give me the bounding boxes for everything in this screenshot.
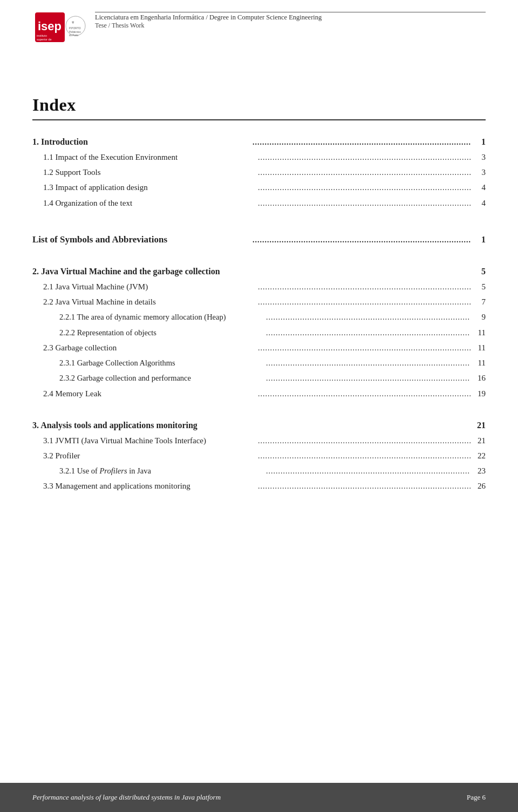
toc-entry-label: 2.3.1 Garbage Collection Algorithms — [59, 357, 264, 369]
toc-entry-page: 1 — [473, 233, 486, 247]
toc-entry-number: 2.1 — [43, 282, 56, 291]
toc-entry-number: 2. — [32, 267, 41, 276]
svg-text:instituto: instituto — [37, 34, 47, 37]
toc-entry: 2. Java Virtual Machine and the garbage … — [32, 265, 486, 279]
toc-entry: 2.1 Java Virtual Machine (JVM) .........… — [32, 281, 486, 293]
toc-entry-dots: ........................................… — [258, 481, 471, 492]
svg-text:⚜: ⚜ — [71, 21, 74, 25]
toc-entry-page: 4 — [473, 181, 486, 194]
toc-entry: 2.3.1 Garbage Collection Algorithms ....… — [32, 357, 486, 369]
toc-entry-dots: ........................................… — [253, 137, 471, 148]
toc-entry-number: 1. — [32, 137, 41, 146]
toc-entry: 3.2 Profiler ...........................… — [32, 450, 486, 462]
svg-text:P.PORTO: P.PORTO — [69, 26, 81, 30]
index-title: Index — [32, 95, 486, 115]
toc-entry: 1.3 Impact of application design .......… — [32, 181, 486, 194]
toc-entry-label: 2.3.2 Garbage collection and performance — [59, 372, 264, 384]
toc-entry-dots: ........................................… — [258, 435, 471, 447]
toc-entry-label: 2.2.2 Representation of objects — [59, 327, 264, 339]
toc-entry-label: 1.3 Impact of application design — [43, 181, 256, 194]
toc-entry-page: 19 — [473, 388, 486, 400]
main-content: Index 1. Introduction ..................… — [0, 57, 518, 812]
toc-entry-number: 3.3 — [43, 482, 56, 490]
toc-entry: 1. Introduction ........................… — [32, 136, 486, 149]
toc-entry-dots: ........................................… — [258, 182, 471, 194]
toc-entry-number: 1.3 — [43, 183, 56, 192]
toc-entry-number: 2.3.2 — [59, 374, 77, 382]
toc-entry-label: 2. Java Virtual Machine and the garbage … — [32, 265, 253, 279]
toc-entry: 2.2 Java Virtual Machine in details ....… — [32, 296, 486, 308]
toc-entry: 2.2.2 Representation of objects ........… — [32, 327, 486, 339]
toc-entry-dots: ........................................… — [266, 465, 471, 477]
toc-entry-dots: ........................................… — [258, 198, 471, 209]
svg-text:superior de: superior de — [37, 38, 52, 41]
toc-entry: 1.1 Impact of the Execution Environment … — [32, 151, 486, 164]
toc-entry: 3. Analysis tools and applications monit… — [32, 419, 486, 432]
toc-entry: 1.4 Organization of the text ...........… — [32, 197, 486, 209]
toc-entry-label: 2.2 Java Virtual Machine in details — [43, 296, 256, 308]
toc-entry-number: 2.2 — [43, 297, 56, 306]
toc-entry-page: 3 — [473, 151, 486, 164]
toc-entry-label: 3. Analysis tools and applications monit… — [32, 419, 253, 432]
toc-entry: 3.1 JVMTI (Java Virtual Machine Tools In… — [32, 435, 486, 447]
toc-entry-number: 1.1 — [43, 153, 56, 161]
header-top: isep instituto superior de engenharia do… — [32, 10, 486, 53]
toc-entry-number: 2.2.2 — [59, 328, 77, 337]
toc-entry-page: 11 — [473, 357, 486, 369]
toc-entry-number: 1.2 — [43, 168, 56, 177]
svg-text:do Porto: do Porto — [69, 34, 79, 37]
svg-text:isep: isep — [38, 19, 62, 33]
toc-entry-number: 2.2.1 — [59, 313, 77, 321]
toc-entry-dots: ........................................… — [258, 167, 471, 179]
toc-entry-page: 11 — [473, 327, 486, 339]
header: isep instituto superior de engenharia do… — [0, 0, 518, 57]
toc-entry-page: 5 — [473, 281, 486, 293]
toc-entry-label: 2.4 Memory Leak — [43, 388, 256, 400]
page-wrapper: isep instituto superior de engenharia do… — [0, 0, 518, 812]
toc-entry-dots: ........................................… — [258, 281, 471, 293]
toc-entry: 1.2 Support Tools ......................… — [32, 166, 486, 179]
toc-entry-label: 2.1 Java Virtual Machine (JVM) — [43, 281, 256, 293]
toc-entry-page: 16 — [473, 372, 486, 384]
toc-entry-dots: ........................................… — [266, 357, 471, 369]
toc-entry-label: 2.2.1 The area of dynamic memory allocat… — [59, 311, 264, 323]
toc-entry-dots: ........................................… — [258, 342, 471, 354]
toc-entry-dots: ........................................… — [258, 450, 471, 462]
svg-text:engenharia do: engenharia do — [37, 42, 56, 45]
toc-entry: 3.3 Management and applications monitori… — [32, 480, 486, 492]
toc-entry-label: 3.2 Profiler — [43, 450, 256, 462]
toc-entry-page: 21 — [473, 435, 486, 447]
toc-entry-number: 3. — [32, 421, 40, 430]
toc-entry-label: 1. Introduction — [32, 136, 250, 149]
header-line1: Licenciatura em Engenharia Informática /… — [95, 13, 486, 22]
toc-entry-number: 3.2 — [43, 451, 56, 460]
svg-text:Politécnico: Politécnico — [69, 31, 81, 33]
toc-container: 1. Introduction ........................… — [32, 136, 486, 493]
toc-entry-dots: ........................................… — [266, 327, 471, 339]
toc-entry-page: 26 — [473, 480, 486, 492]
toc-entry-page: 1 — [473, 136, 486, 149]
toc-entry-dots: ........................................… — [253, 234, 471, 246]
svg-text:porto: porto — [37, 45, 44, 49]
toc-entry-number: 3.1 — [43, 436, 56, 445]
footer-page: Page 6 — [467, 793, 486, 802]
toc-entry: 2.3 Garbage collection .................… — [32, 342, 486, 354]
index-divider — [32, 119, 486, 120]
toc-entry-number: 2.3.1 — [59, 358, 77, 367]
toc-entry-label: List of Symbols and Abbreviations — [32, 233, 250, 247]
toc-entry-label: 1.1 Impact of the Execution Environment — [43, 151, 256, 164]
toc-entry-label: 3.3 Management and applications monitori… — [43, 480, 256, 492]
toc-entry-dots: ........................................… — [266, 373, 471, 384]
toc-entry-page: 22 — [473, 450, 486, 462]
toc-entry-number: 1.4 — [43, 199, 56, 207]
toc-entry-page: 9 — [473, 311, 486, 323]
toc-entry-dots: ........................................… — [258, 152, 471, 164]
toc-entry: 2.3.2 Garbage collection and performance… — [32, 372, 486, 384]
logo-icon: isep instituto superior de engenharia do… — [32, 10, 86, 53]
toc-entry: List of Symbols and Abbreviations ......… — [32, 233, 486, 247]
toc-entry-number: 2.4 — [43, 389, 56, 398]
toc-entry-label: 2.3 Garbage collection — [43, 342, 256, 354]
toc-entry-label: 1.4 Organization of the text — [43, 197, 256, 209]
toc-entry-dots: ........................................… — [266, 312, 471, 323]
toc-entry-label: 3.1 JVMTI (Java Virtual Machine Tools In… — [43, 435, 256, 447]
